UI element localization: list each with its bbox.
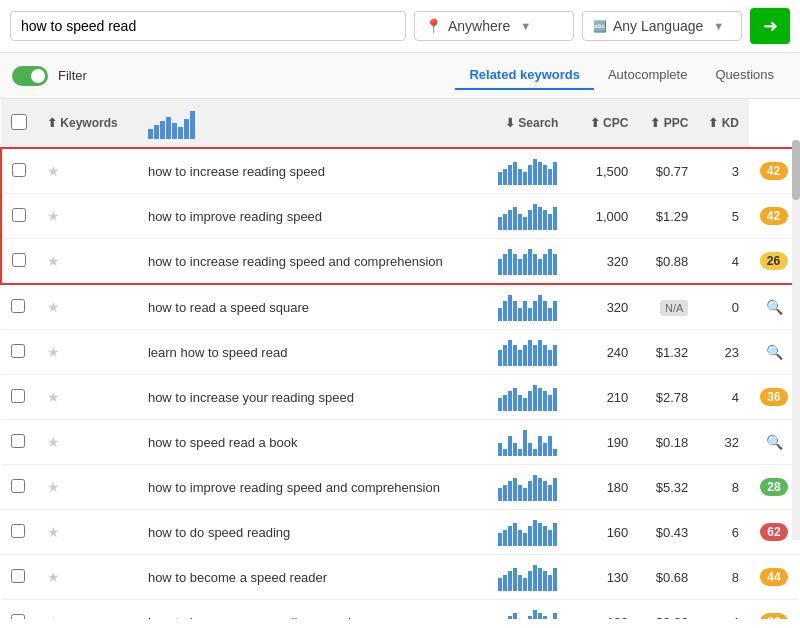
table-body: ★how to increase reading speed1,500$0.77…: [1, 148, 799, 619]
trend-bar: [523, 533, 527, 546]
location-selector[interactable]: 📍 Anywhere ▼: [414, 11, 574, 41]
trend-bar: [528, 340, 532, 366]
row-checkbox[interactable]: [11, 614, 25, 620]
trend-mini-chart: [498, 428, 558, 456]
kd-search-icon[interactable]: 🔍: [766, 299, 783, 315]
star-icon[interactable]: ★: [47, 344, 60, 360]
trend-bar: [498, 533, 502, 546]
table-row: ★learn how to speed read240$1.3223🔍: [1, 330, 799, 375]
trend-bar: [160, 121, 165, 139]
trend-bar: [508, 391, 512, 411]
search-button[interactable]: ➜: [750, 8, 790, 44]
cpc-cell: $0.86: [638, 600, 698, 620]
trend-bar: [508, 436, 512, 456]
star-icon[interactable]: ★: [47, 253, 60, 269]
kd-badge: 62: [760, 523, 788, 541]
header-ppc[interactable]: ⬆ PPC: [638, 99, 698, 148]
trend-bar: [538, 388, 542, 411]
trend-bar: [553, 345, 557, 366]
star-icon[interactable]: ★: [47, 569, 60, 585]
row-checkbox-cell: [1, 375, 37, 420]
tab-autocomplete[interactable]: Autocomplete: [594, 61, 702, 90]
header-search[interactable]: ⬇ Search: [488, 99, 568, 148]
row-checkbox[interactable]: [11, 434, 25, 448]
row-checkbox[interactable]: [11, 389, 25, 403]
trend-bar: [553, 254, 557, 275]
trend-bar: [523, 345, 527, 366]
trend-bar: [513, 388, 517, 411]
tab-questions[interactable]: Questions: [701, 61, 788, 90]
language-selector[interactable]: 🔤 Any Language ▼: [582, 11, 742, 41]
trend-bar: [538, 613, 542, 619]
trend-bar: [513, 443, 517, 456]
star-icon[interactable]: ★: [47, 389, 60, 405]
trend-bar: [548, 350, 552, 366]
table-row: ★how to speed read a book190$0.1832🔍: [1, 420, 799, 465]
trend-bar: [513, 478, 517, 501]
trend-bar: [503, 214, 507, 230]
table-row: ★how to become a speed reader130$0.68844: [1, 555, 799, 600]
trend-bar: [528, 249, 532, 275]
trend-bar: [513, 301, 517, 321]
header-checkbox-cell: [1, 99, 37, 148]
filter-toggle[interactable]: [12, 66, 48, 86]
search-input-container[interactable]: how to speed read: [10, 11, 406, 41]
scrollbar-thumb[interactable]: [792, 140, 800, 200]
trend-bar: [538, 523, 542, 546]
kd-badge: 42: [760, 162, 788, 180]
trend-bar: [523, 398, 527, 411]
star-icon[interactable]: ★: [47, 434, 60, 450]
scrollbar-track[interactable]: [792, 140, 800, 540]
star-icon[interactable]: ★: [47, 208, 60, 224]
keywords-table: ⬆ Keywords: [0, 99, 800, 619]
trend-bar: [518, 485, 522, 501]
row-checkbox[interactable]: [11, 569, 25, 583]
star-icon[interactable]: ★: [47, 614, 60, 619]
star-icon[interactable]: ★: [47, 163, 60, 179]
row-checkbox[interactable]: [11, 299, 25, 313]
star-icon[interactable]: ★: [47, 479, 60, 495]
header-cpc[interactable]: ⬆ CPC: [568, 99, 638, 148]
keyword-cell: how to improve reading speed: [138, 194, 488, 239]
trend-bar: [498, 398, 502, 411]
trend-bar: [528, 210, 532, 230]
trend-bar: [518, 308, 522, 321]
search-arrow-icon: ➜: [763, 15, 778, 37]
star-icon[interactable]: ★: [47, 524, 60, 540]
row-checkbox[interactable]: [11, 479, 25, 493]
star-icon[interactable]: ★: [47, 299, 60, 315]
trend-bar: [498, 217, 502, 230]
cpc-cell: $0.18: [638, 420, 698, 465]
trend-bar: [533, 345, 537, 366]
row-checkbox[interactable]: [12, 163, 26, 177]
trend-bar: [523, 430, 527, 456]
row-checkbox-cell: [1, 465, 37, 510]
row-star-cell: ★: [37, 284, 138, 330]
kd-search-icon[interactable]: 🔍: [766, 344, 783, 360]
tab-related-keywords[interactable]: Related keywords: [455, 61, 594, 90]
row-checkbox[interactable]: [12, 208, 26, 222]
keyword-cell: how to improve reading speed and compreh…: [138, 465, 488, 510]
kd-search-icon[interactable]: 🔍: [766, 434, 783, 450]
row-checkbox[interactable]: [11, 524, 25, 538]
language-dropdown-arrow: ▼: [713, 20, 724, 32]
trend-bar: [533, 204, 537, 230]
select-all-checkbox[interactable]: [11, 114, 27, 130]
trend-mini-chart: [498, 608, 558, 619]
table-row: ★how to improve reading speed and compre…: [1, 465, 799, 510]
row-checkbox-cell: [1, 194, 37, 239]
trend-bar: [538, 478, 542, 501]
search-volume-cell: 320: [568, 239, 638, 285]
row-checkbox[interactable]: [12, 253, 26, 267]
search-input[interactable]: how to speed read: [21, 18, 395, 34]
row-checkbox[interactable]: [11, 344, 25, 358]
header-keywords[interactable]: ⬆ Keywords: [37, 99, 138, 148]
keyword-cell: how to increase reading speed and compre…: [138, 239, 488, 285]
ppc-cell: 0: [698, 284, 749, 330]
trend-bar: [518, 350, 522, 366]
trend-bar: [538, 207, 542, 230]
trend-bar: [553, 449, 557, 456]
header-kd[interactable]: ⬆ KD: [698, 99, 749, 148]
trend-cell: [488, 330, 568, 375]
cpc-cell: $1.29: [638, 194, 698, 239]
